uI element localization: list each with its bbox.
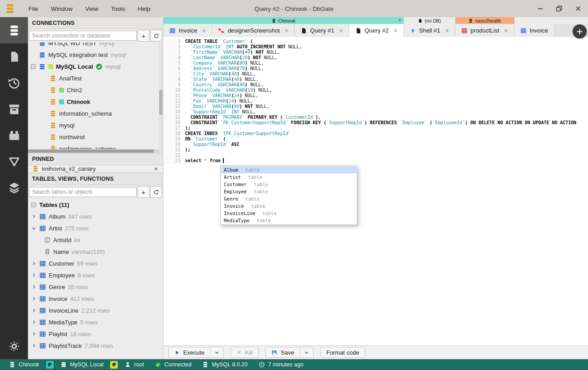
- tab-invoice[interactable]: Invoice: [514, 24, 555, 37]
- nav-plugins[interactable]: [0, 122, 28, 148]
- execute-button[interactable]: Execute: [168, 347, 210, 358]
- restore-button[interactable]: [555, 4, 564, 13]
- table-item[interactable]: InvoiceLine2,212 rows: [28, 304, 163, 316]
- tab-productlist[interactable]: productList×: [455, 24, 514, 37]
- table-item[interactable]: Artist275 rows: [28, 222, 163, 234]
- close-tab-icon[interactable]: ×: [504, 28, 508, 34]
- execute-dropdown-button[interactable]: [210, 347, 224, 358]
- autocomplete-item[interactable]: Employeetable: [221, 188, 357, 195]
- tab-designerscreenshot[interactable]: designerScreenshot×: [212, 24, 295, 37]
- scrollbar-thumb[interactable]: [159, 90, 162, 115]
- autocomplete-item[interactable]: Genretable: [221, 195, 357, 202]
- chevron-down-icon[interactable]: [31, 225, 37, 231]
- autocomplete-item[interactable]: Artisttable: [221, 173, 357, 181]
- close-button[interactable]: [574, 4, 583, 13]
- connection-database-item[interactable]: information_schema: [28, 108, 163, 119]
- chevron-right-icon[interactable]: [31, 331, 37, 337]
- nav-connections[interactable]: [0, 17, 28, 43]
- chevron-right-icon[interactable]: [31, 343, 37, 348]
- tab-group-header[interactable]: (no DB): [404, 17, 455, 24]
- nav-history[interactable]: [0, 70, 28, 96]
- connection-server-item[interactable]: MySQL integration testmysql: [28, 49, 163, 61]
- connection-database-item[interactable]: AnalTest: [28, 72, 163, 84]
- connection-search-input[interactable]: [29, 31, 137, 41]
- table-item[interactable]: Playlist18 rows: [28, 328, 163, 340]
- close-tab-icon[interactable]: ×: [394, 28, 397, 34]
- connections-scrollbar[interactable]: [159, 42, 163, 153]
- close-tab-icon[interactable]: ×: [202, 28, 206, 34]
- tab-query-1[interactable]: Query #1×: [295, 24, 349, 37]
- chevron-right-icon[interactable]: [31, 284, 37, 290]
- close-tab-icon[interactable]: ×: [445, 28, 449, 34]
- database-color-badge[interactable]: [46, 361, 54, 369]
- save-button[interactable]: Save: [265, 347, 300, 358]
- chevron-right-icon[interactable]: [31, 272, 37, 278]
- unpin-close-icon[interactable]: ×: [153, 165, 159, 172]
- tab-shell-1[interactable]: Shell #1×: [404, 24, 455, 37]
- nav-archive[interactable]: [0, 96, 28, 122]
- table-item[interactable]: Album347 rows: [28, 211, 163, 222]
- table-item[interactable]: Employee8 rows: [28, 269, 163, 281]
- tab-group-header[interactable]: Chinook×: [163, 17, 404, 24]
- table-item[interactable]: Invoice412 rows: [28, 293, 163, 304]
- server-color-badge[interactable]: [110, 361, 118, 369]
- close-group-icon[interactable]: ×: [398, 17, 402, 23]
- table-item[interactable]: Customer59 rows: [28, 258, 163, 269]
- chevron-right-icon[interactable]: [31, 214, 37, 219]
- column-item[interactable]: 1ArtistIdint: [28, 234, 163, 246]
- autocomplete-item[interactable]: Albumtable: [221, 166, 357, 173]
- sql-editor[interactable]: 1234567891011121314151617181920212223 CR…: [163, 37, 588, 346]
- table-item[interactable]: PlaylistTrack7,994 rows: [28, 340, 163, 351]
- connection-database-item[interactable]: northwind: [28, 131, 163, 143]
- add-object-button[interactable]: +: [138, 186, 149, 198]
- designer-icon: [218, 28, 224, 34]
- close-tab-icon[interactable]: ×: [285, 28, 288, 34]
- column-item[interactable]: Namevarchar(120): [28, 246, 163, 258]
- menu-file[interactable]: File: [23, 3, 44, 14]
- pinned-item[interactable]: knihovna_v2_canary×: [28, 165, 163, 173]
- status-user[interactable]: root: [119, 359, 149, 370]
- connections-hscrollbar[interactable]: [28, 149, 159, 153]
- table-item[interactable]: Genre25 rows: [28, 281, 163, 293]
- scrollbar-thumb[interactable]: [28, 150, 154, 153]
- nav-cell-data[interactable]: [0, 174, 28, 201]
- chevron-right-icon[interactable]: [31, 308, 37, 313]
- tab-group-header[interactable]: nano2health: [455, 17, 514, 24]
- object-search-input[interactable]: [29, 187, 137, 197]
- autocomplete-item[interactable]: MediaTypetable: [221, 217, 357, 224]
- autocomplete-item[interactable]: Customertable: [221, 181, 357, 188]
- minimize-button[interactable]: [536, 4, 545, 13]
- menu-view[interactable]: View: [79, 3, 104, 14]
- refresh-connections-button[interactable]: [150, 30, 162, 42]
- add-connection-button[interactable]: +: [138, 30, 149, 42]
- connection-database-item[interactable]: Chinook: [28, 96, 163, 108]
- refresh-objects-button[interactable]: [150, 186, 162, 198]
- connection-server-item[interactable]: MySQL Localmysql: [28, 61, 163, 72]
- autocomplete-item[interactable]: InvoiceLinetable: [221, 210, 357, 217]
- format-code-button[interactable]: Format code: [320, 347, 365, 358]
- chevron-right-icon[interactable]: [31, 261, 37, 266]
- status-database[interactable]: Chinook: [4, 359, 45, 370]
- menu-tools[interactable]: Tools: [105, 3, 131, 14]
- nav-query-designer[interactable]: [0, 148, 28, 174]
- status-server[interactable]: MySQL Local: [55, 359, 109, 370]
- autocomplete-item[interactable]: Invoicetable: [221, 202, 357, 210]
- nav-files[interactable]: [0, 43, 28, 70]
- close-tab-icon[interactable]: ×: [339, 28, 343, 34]
- new-tab-button[interactable]: +: [573, 24, 587, 38]
- tab-invoice[interactable]: Invoice×: [163, 24, 212, 37]
- tab-query-2[interactable]: Query #2×: [349, 24, 404, 37]
- chevron-right-icon[interactable]: [31, 319, 37, 325]
- nav-settings[interactable]: [0, 333, 28, 359]
- tab-group-header[interactable]: [514, 17, 555, 24]
- menu-window[interactable]: Window: [45, 3, 79, 14]
- menu-help[interactable]: Help: [132, 3, 156, 14]
- connection-database-item[interactable]: Chin2: [28, 84, 163, 96]
- connection-server-item[interactable]: MYSQL WD TESTmysql: [28, 42, 163, 49]
- tables-group-row[interactable]: Tables (11): [28, 199, 163, 211]
- chevron-right-icon[interactable]: [31, 296, 37, 301]
- connection-database-item[interactable]: mysql: [28, 119, 163, 131]
- save-dropdown-button[interactable]: [300, 347, 314, 358]
- kill-button[interactable]: Kill: [231, 347, 259, 358]
- table-item[interactable]: MediaType5 rows: [28, 316, 163, 328]
